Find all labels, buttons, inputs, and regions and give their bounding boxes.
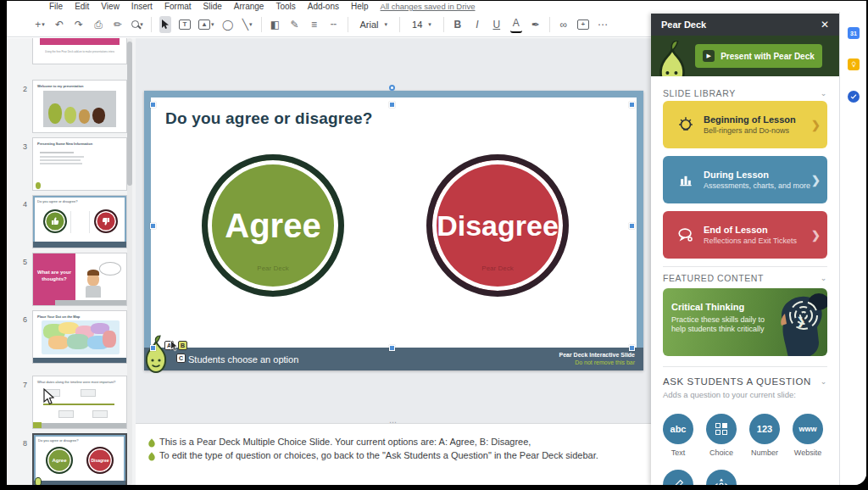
insert-comment-button[interactable]: + [577, 16, 589, 33]
select-tool-button[interactable] [159, 16, 171, 33]
menu-arrange[interactable]: Arrange [234, 2, 264, 11]
disagree-circle[interactable]: Disagree Pear Deck [426, 154, 569, 297]
bold-button[interactable]: B [452, 16, 464, 33]
selection-handle-w[interactable] [150, 223, 156, 229]
chevron-right-icon: ❯ [811, 119, 821, 131]
menu-file[interactable]: File [49, 2, 63, 11]
pear-bullet-icon [147, 437, 156, 448]
rotation-handle[interactable] [389, 85, 395, 91]
critical-thinking-card[interactable]: Critical Thinking Practice these skills … [663, 288, 827, 356]
thumbnail-slide-4[interactable]: Do you agree or disagree? [32, 195, 127, 248]
thumbnail-slide-2[interactable]: Welcome to my presentation [32, 80, 127, 133]
pear-icon [35, 477, 42, 485]
insert-link-button[interactable]: ∞ [558, 16, 570, 33]
speaker-notes[interactable]: ⋯ This is a Pear Deck Multiple Choice Sl… [136, 423, 651, 485]
chevron-down-icon[interactable]: ⌄ [821, 89, 827, 97]
thumbnail-slide-7[interactable]: What dates along the timeline were most … [32, 376, 127, 429]
thumb-number: 8 [15, 439, 27, 448]
beginning-of-lesson-card[interactable]: Beginning of LessonBell-ringers and Do-n… [663, 101, 827, 148]
selection-handle-ne[interactable] [629, 102, 635, 108]
keep-icon[interactable] [848, 58, 860, 70]
end-of-lesson-card[interactable]: End of LessonReflections and Exit Ticket… [663, 211, 827, 259]
shape-tool-button[interactable]: ◯ [222, 16, 234, 33]
magnifier-icon [131, 20, 139, 28]
note-line-1[interactable]: This is a Pear Deck Multiple Choice Slid… [159, 437, 531, 447]
slide-title[interactable]: Do you agree or disagree? [165, 109, 373, 128]
highlight-button[interactable]: ✒ [530, 16, 542, 33]
question-type-website-button[interactable]: www [793, 414, 823, 444]
question-type-text-button[interactable]: abc [663, 414, 693, 444]
selection-handle-nw[interactable] [150, 102, 156, 108]
present-with-pear-deck-button[interactable]: ▶ Present with Pear Deck [695, 44, 822, 68]
zoom-button[interactable]: ▾ [131, 16, 143, 33]
selection-handle-se[interactable] [629, 345, 635, 351]
fill-color-button[interactable]: ◧ [270, 16, 281, 33]
textbox-tool-button[interactable]: T [179, 16, 191, 33]
menu-format[interactable]: Format [164, 2, 192, 11]
thumbnail-slide-6[interactable]: Place Your Dot on the Map [32, 310, 127, 364]
note-line-2[interactable]: To edit the type of question or choices,… [159, 450, 598, 460]
question-type-draggable-button[interactable] [706, 470, 737, 485]
agree-circle[interactable]: Agree Pear Deck [202, 154, 344, 297]
thumb8-disagree: Disagree [86, 447, 114, 474]
saved-status[interactable]: All changes saved in Drive [381, 2, 476, 11]
selection-handle-sw[interactable] [150, 345, 156, 351]
selection-handle-e[interactable] [629, 223, 635, 229]
undo-button[interactable]: ↶ [53, 16, 65, 33]
chevron-down-icon[interactable]: ▾ [42, 21, 45, 28]
featured-content-section-header[interactable]: FEATURED CONTENT⌄ [663, 273, 827, 283]
menu-help[interactable]: Help [351, 2, 369, 11]
menu-tools[interactable]: Tools [275, 2, 295, 11]
during-lesson-card[interactable]: During LessonAssessments, charts, and mo… [663, 156, 827, 203]
underline-button[interactable]: U [491, 16, 503, 33]
line-tool-button[interactable]: ╲▾ [242, 16, 253, 33]
filmstrip-scrollbar-thumb[interactable] [127, 42, 132, 186]
font-size-select[interactable]: 14▾ [408, 19, 436, 31]
question-type-number-button[interactable]: 123 [749, 414, 780, 444]
text-color-button[interactable]: A [510, 16, 522, 33]
close-icon[interactable]: ✕ [821, 19, 829, 31]
print-button[interactable]: ⎙ [92, 16, 104, 33]
us-map [42, 320, 120, 354]
sidebar-header: Pear Deck ✕ [651, 14, 839, 36]
ask-question-section-header[interactable]: ASK STUDENTS A QUESTION⌄ [663, 376, 827, 387]
more-options-button[interactable]: ⋯ [597, 16, 609, 33]
thumbnail-slide-1[interactable]: Using Pear Deck in Google Slides Using t… [32, 38, 127, 64]
tasks-icon[interactable] [848, 91, 860, 103]
border-color-button[interactable]: ✎ [289, 16, 301, 33]
pear-mascot [653, 41, 692, 76]
notes-resize-handle[interactable]: ⋯ [389, 418, 398, 426]
border-weight-button[interactable]: ≡ [309, 16, 320, 33]
block-c: C [176, 354, 186, 363]
menu-insert[interactable]: Insert [131, 2, 153, 11]
thumbnail-slide-8-selected[interactable]: Do you agree or disagree? Agree Disagree [32, 433, 127, 485]
new-slide-button[interactable]: +▾ [34, 16, 46, 33]
paint-format-button[interactable]: ✏ [112, 16, 124, 33]
calendar-icon[interactable]: 31 [848, 27, 860, 39]
chevron-down-icon[interactable]: ⌄ [821, 377, 827, 386]
question-type-label: Website [787, 448, 829, 457]
redo-button[interactable]: ↷ [73, 16, 85, 33]
italic-button[interactable]: I [471, 16, 483, 33]
disagree-label: Disagree [437, 209, 559, 242]
menu-addons[interactable]: Add-ons [308, 2, 339, 11]
toolbar-separator [549, 17, 550, 32]
thumbnail-slide-5[interactable]: What are your thoughts? [32, 253, 127, 306]
current-slide[interactable]: Do you agree or disagree? Agree Pear Dec… [144, 91, 643, 370]
border-dash-button[interactable]: ╌ [328, 16, 340, 33]
menu-edit[interactable]: Edit [75, 2, 89, 11]
selection-handle-s[interactable] [389, 345, 395, 351]
menu-slide[interactable]: Slide [203, 2, 222, 11]
chevron-down-icon[interactable]: ⌄ [821, 274, 827, 282]
question-type-choice-button[interactable] [706, 414, 737, 444]
agree-label: Agree [225, 207, 320, 245]
block-b: B [178, 341, 187, 350]
question-type-drawing-button[interactable] [663, 470, 693, 485]
slide-library-section-header[interactable]: SLIDE LIBRARY⌄ [663, 88, 827, 98]
selection-handle-n[interactable] [389, 102, 395, 108]
font-family-select[interactable]: Arial▾ [356, 19, 392, 31]
menu-view[interactable]: View [101, 2, 120, 11]
thumb2-photo [43, 91, 116, 127]
thumbnail-slide-3[interactable]: Presenting Some New Information [32, 137, 127, 191]
image-tool-button[interactable]: ▴▾ [198, 16, 214, 33]
